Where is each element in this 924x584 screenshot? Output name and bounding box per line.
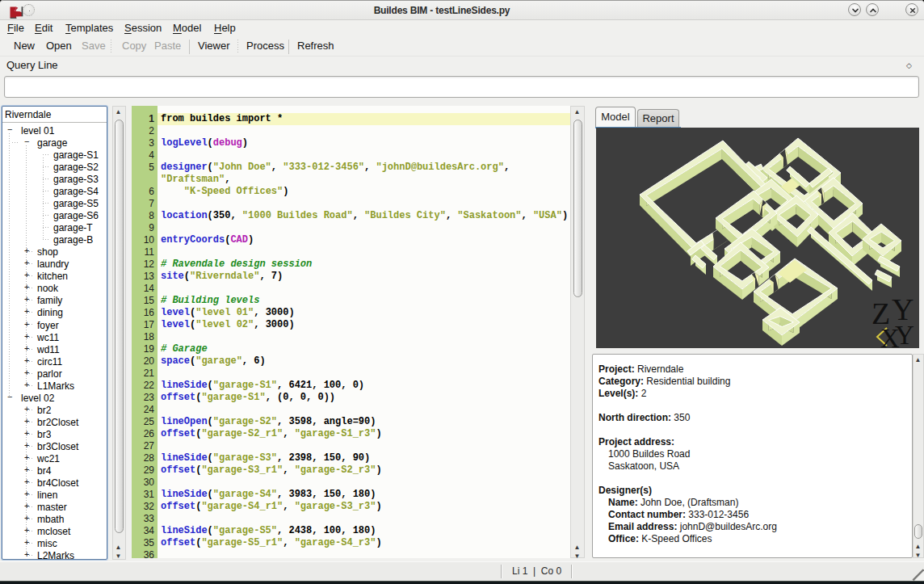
svg-text:Y: Y: [895, 321, 914, 348]
